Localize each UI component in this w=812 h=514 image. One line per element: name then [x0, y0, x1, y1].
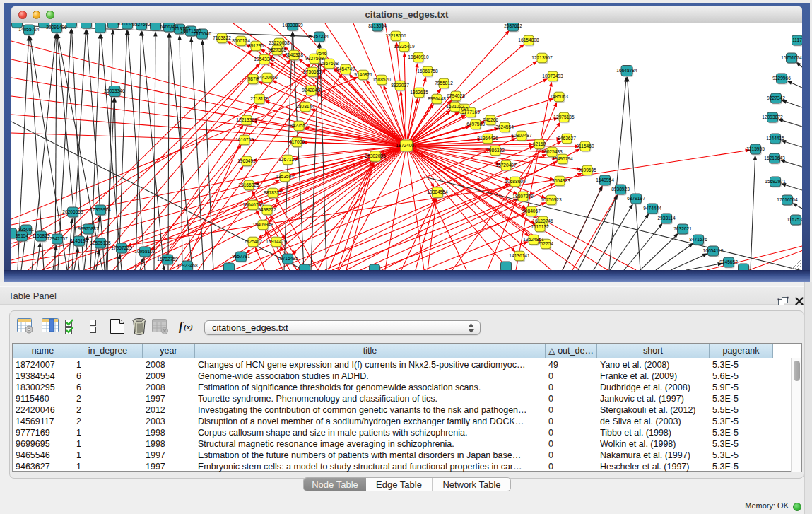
- svg-text:6794028: 6794028: [447, 93, 465, 98]
- svg-text:17016504: 17016504: [777, 197, 798, 202]
- svg-text:14136141: 14136141: [509, 253, 530, 258]
- svg-text:15409948: 15409948: [252, 222, 273, 227]
- svg-text:1588520: 1588520: [372, 77, 391, 82]
- svg-text:8471676: 8471676: [689, 237, 707, 242]
- svg-text:935081: 935081: [18, 227, 34, 232]
- svg-text:6497568: 6497568: [466, 122, 485, 127]
- svg-text:10973493: 10973493: [542, 74, 563, 78]
- svg-text:17359924: 17359924: [90, 207, 111, 212]
- svg-text:8427552: 8427552: [290, 123, 308, 128]
- svg-text:1362615: 1362615: [410, 90, 428, 95]
- svg-text:15720407: 15720407: [495, 163, 517, 168]
- svg-text:10807487: 10807487: [511, 133, 532, 138]
- svg-text:12218506: 12218506: [385, 33, 406, 38]
- svg-text:14055724: 14055724: [18, 27, 40, 32]
- svg-text:12923468: 12923468: [177, 263, 198, 268]
- svg-text:16046766: 16046766: [242, 202, 264, 207]
- svg-text:3215955: 3215955: [746, 146, 765, 151]
- svg-text:13654923: 13654923: [549, 178, 570, 183]
- svg-text:21364436: 21364436: [477, 136, 498, 141]
- svg-text:6879197: 6879197: [627, 196, 645, 201]
- svg-text:7515546: 7515546: [193, 31, 211, 36]
- svg-text:2718170: 2718170: [250, 96, 269, 101]
- svg-text:16154808: 16154808: [518, 37, 539, 42]
- svg-text:9870: 9870: [248, 76, 259, 81]
- svg-text:9245652: 9245652: [719, 259, 738, 264]
- svg-text:25302035: 25302035: [365, 153, 386, 158]
- svg-text:16914479: 16914479: [266, 239, 287, 244]
- svg-text:16120746: 16120746: [532, 218, 553, 223]
- svg-text:93975887: 93975887: [78, 226, 99, 231]
- svg-text:8146328: 8146328: [285, 52, 303, 57]
- svg-text:8878332: 8878332: [264, 190, 282, 195]
- svg-text:1965492: 1965492: [237, 158, 256, 163]
- svg-text:1353594: 1353594: [276, 174, 294, 179]
- svg-text:9474444: 9474444: [643, 206, 661, 211]
- svg-text:7986322: 7986322: [486, 148, 505, 153]
- svg-text:18640910: 18640910: [408, 54, 429, 59]
- svg-text:8813054: 8813054: [368, 23, 387, 28]
- svg-text:9115460: 9115460: [576, 144, 594, 148]
- svg-text:1145194: 1145194: [70, 238, 88, 243]
- svg-text:15716485: 15716485: [277, 256, 298, 261]
- svg-text:1244415: 1244415: [766, 136, 784, 141]
- svg-text:2803144: 2803144: [296, 104, 314, 109]
- svg-text:9227342: 9227342: [767, 95, 785, 100]
- svg-text:891295: 891295: [248, 43, 264, 48]
- svg-text:1527602: 1527602: [132, 23, 151, 27]
- svg-text:20091406: 20091406: [46, 25, 67, 30]
- svg-text:16648784: 16648784: [616, 68, 637, 73]
- svg-text:10756923: 10756923: [541, 197, 562, 202]
- svg-text:8322037: 8322037: [391, 83, 409, 88]
- svg-text:10958107: 10958107: [134, 249, 155, 254]
- svg-text:9657791: 9657791: [232, 254, 250, 259]
- svg-text:7632621: 7632621: [673, 226, 692, 231]
- svg-text:7485063: 7485063: [550, 94, 568, 99]
- svg-text:39154: 39154: [16, 233, 29, 238]
- svg-text:12942757: 12942757: [47, 236, 68, 241]
- svg-text:2933114: 2933114: [657, 216, 676, 221]
- svg-text:10543342: 10543342: [254, 57, 275, 62]
- svg-text:12213967: 12213967: [531, 55, 553, 60]
- svg-text:15751074: 15751074: [781, 55, 802, 60]
- svg-text:1640954: 1640954: [596, 177, 614, 182]
- svg-text:17957225: 17957225: [111, 245, 132, 250]
- svg-text:1117: 1117: [792, 37, 802, 42]
- svg-text:2087662: 2087662: [504, 23, 522, 28]
- svg-text:62160: 62160: [533, 141, 546, 146]
- svg-text:10688609: 10688609: [505, 179, 526, 184]
- svg-text:18724007: 18724007: [396, 143, 417, 148]
- svg-text:7546: 7546: [317, 51, 327, 56]
- svg-text:1615132: 1615132: [531, 224, 549, 229]
- svg-text:9498222: 9498222: [258, 207, 276, 212]
- svg-text:9146821: 9146821: [354, 72, 372, 77]
- svg-text:417006: 417006: [289, 139, 305, 144]
- svg-text:252254: 252254: [538, 241, 553, 246]
- svg-text:13325419: 13325419: [394, 44, 415, 49]
- svg-text:8454749: 8454749: [336, 66, 355, 71]
- svg-text:7163822: 7163822: [213, 35, 231, 40]
- svg-text:12093872: 12093872: [762, 115, 783, 119]
- svg-text:746266: 746266: [483, 117, 498, 122]
- svg-text:19384554: 19384554: [427, 189, 448, 194]
- svg-text:9827508: 9827508: [268, 47, 286, 52]
- svg-text:16033809: 16033809: [282, 23, 303, 28]
- svg-text:16782759: 16782759: [157, 257, 178, 262]
- svg-text:12505135: 12505135: [90, 240, 111, 245]
- svg-text:16210643: 16210643: [764, 156, 785, 160]
- svg-text:8660124: 8660124: [232, 38, 250, 43]
- svg-text:24420046: 24420046: [257, 75, 278, 80]
- svg-text:8756685: 8756685: [303, 69, 322, 74]
- svg-text:12213369: 12213369: [236, 117, 257, 122]
- svg-text:7357224: 7357224: [310, 34, 329, 39]
- svg-text:15495794: 15495794: [552, 156, 573, 161]
- svg-text:8990448: 8990448: [428, 96, 446, 101]
- svg-text:9777169: 9777169: [461, 110, 480, 115]
- svg-text:7955812: 7955812: [435, 81, 453, 86]
- svg-text:23226058: 23226058: [269, 40, 290, 45]
- svg-text:1167534: 1167534: [787, 217, 802, 222]
- svg-text:(x): (x): [184, 322, 193, 332]
- svg-text:3267130: 3267130: [278, 157, 297, 162]
- svg-text:9242848: 9242848: [302, 88, 320, 93]
- svg-text:1610755: 1610755: [235, 137, 254, 142]
